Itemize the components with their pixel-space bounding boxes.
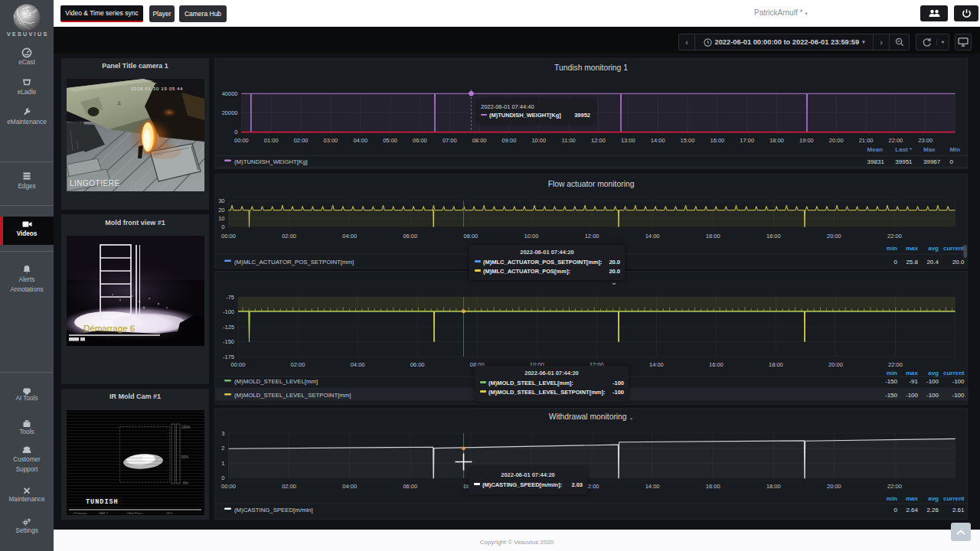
svg-text:0: 0 — [221, 223, 224, 230]
svg-text:2.64: 2.64 — [906, 507, 918, 514]
svg-text:22:00: 22:00 — [889, 137, 903, 144]
svg-text:min: min — [887, 370, 897, 377]
svg-text:14:00: 14:00 — [649, 361, 664, 368]
svg-text:2: 2 — [221, 445, 224, 452]
svg-text:20.0: 20.0 — [952, 259, 965, 266]
svg-text:current: current — [943, 495, 965, 502]
svg-text:20:00: 20:00 — [827, 483, 841, 490]
svg-text:Last *: Last * — [895, 146, 913, 153]
svg-text:(M)MOLD_STEEL_LEVEL_SETPOINT[m: (M)MOLD_STEEL_LEVEL_SETPOINT[mm] — [234, 392, 351, 399]
svg-text:LINGOTIERE: LINGOTIERE — [70, 179, 120, 187]
svg-text:12:00: 12:00 — [585, 233, 599, 240]
svg-text:min: min — [887, 245, 897, 252]
svg-text:max: max — [906, 370, 919, 377]
svg-text:21:00: 21:00 — [859, 137, 874, 144]
svg-text:0: 0 — [894, 507, 898, 514]
svg-text:Max: Max — [923, 146, 936, 153]
svg-text:Mean: Mean — [867, 146, 884, 153]
svg-text:16:00: 16:00 — [709, 361, 724, 368]
svg-text:-91: -91 — [909, 378, 918, 385]
svg-text:-150: -150 — [223, 338, 234, 345]
svg-text:18:00: 18:00 — [769, 361, 783, 368]
svg-text:0%: 0% — [183, 481, 188, 485]
svg-text:04:00: 04:00 — [351, 361, 365, 368]
svg-text:06:00: 06:00 — [403, 483, 417, 490]
svg-text:01:00: 01:00 — [264, 137, 279, 144]
svg-text:30: 30 — [218, 197, 224, 204]
svg-text:22:00: 22:00 — [887, 233, 902, 240]
svg-text:25.8: 25.8 — [906, 259, 918, 266]
svg-text:39951: 39951 — [895, 158, 913, 165]
svg-text:SAB 7: SAB 7 — [99, 511, 109, 515]
svg-text:06:00: 06:00 — [410, 361, 425, 368]
svg-text:14:00: 14:00 — [645, 233, 660, 240]
svg-text:(M)MOLD_STEEL_LEVEL[mm]: (M)MOLD_STEEL_LEVEL[mm] — [234, 378, 318, 385]
svg-text:03:00: 03:00 — [324, 137, 338, 144]
svg-text:16:00: 16:00 — [706, 233, 720, 240]
svg-text:10: 10 — [218, 215, 224, 222]
svg-text:22:00: 22:00 — [887, 483, 902, 490]
svg-text:00:00: 00:00 — [231, 361, 246, 368]
svg-text:06:00: 06:00 — [403, 233, 417, 240]
svg-text:12:00: 12:00 — [591, 137, 606, 144]
svg-text:avg: avg — [928, 495, 939, 502]
svg-text:current: current — [943, 245, 965, 252]
svg-text:0: 0 — [949, 158, 953, 165]
svg-text:(M)CASTING_SPEED[m/min]: (M)CASTING_SPEED[m/min] — [234, 507, 313, 514]
svg-text:20.4: 20.4 — [926, 259, 939, 266]
svg-text:10:00: 10:00 — [531, 137, 546, 144]
svg-text:10:00: 10:00 — [524, 233, 539, 240]
svg-text:18:00: 18:00 — [766, 483, 781, 490]
svg-text:-100: -100 — [223, 308, 234, 315]
svg-text:0: 0 — [234, 129, 237, 135]
svg-text:-100: -100 — [952, 378, 965, 385]
svg-text:-100: -100 — [926, 392, 939, 399]
svg-text:(M)TUNDISH_WEIGHT[Kg]: (M)TUNDISH_WEIGHT[Kg] — [234, 158, 308, 165]
svg-text:15:00: 15:00 — [681, 137, 695, 144]
svg-text:14:00: 14:00 — [651, 137, 665, 144]
svg-text:04:00: 04:00 — [353, 137, 368, 144]
svg-text:08:00: 08:00 — [472, 137, 487, 144]
svg-text:20: 20 — [218, 207, 224, 214]
svg-text:100%: 100% — [181, 425, 191, 429]
svg-text:50%: 50% — [181, 455, 188, 459]
svg-text:04:00: 04:00 — [342, 233, 357, 240]
svg-text:2018 01 30 19 05 44: 2018 01 30 19 05 44 — [131, 86, 183, 91]
svg-text:20:00: 20:00 — [828, 361, 843, 368]
svg-text:3: 3 — [221, 430, 224, 437]
svg-text:-100: -100 — [906, 392, 919, 399]
svg-text:19:00: 19:00 — [799, 137, 814, 144]
svg-text:17:00: 17:00 — [740, 137, 754, 144]
svg-text:13:00: 13:00 — [621, 137, 635, 144]
svg-text:min: min — [887, 495, 897, 502]
svg-text:20:00: 20:00 — [829, 137, 844, 144]
svg-text:06:00: 06:00 — [413, 137, 427, 144]
svg-text:00:00: 00:00 — [221, 233, 236, 240]
svg-text:04:00: 04:00 — [342, 483, 357, 490]
svg-text:16:00: 16:00 — [706, 483, 720, 490]
svg-text:-75: -75 — [226, 294, 234, 301]
svg-text:2.61: 2.61 — [952, 507, 965, 514]
svg-text:28%: 28% — [166, 511, 173, 515]
svg-text:16:00: 16:00 — [710, 137, 725, 144]
svg-text:avg: avg — [928, 370, 939, 377]
svg-text:20:00: 20:00 — [827, 233, 841, 240]
svg-text:02:00: 02:00 — [282, 233, 296, 240]
svg-text:-175: -175 — [223, 354, 234, 360]
svg-text:18:00: 18:00 — [766, 233, 781, 240]
svg-text:max: max — [906, 495, 919, 502]
svg-text:00:00: 00:00 — [234, 137, 249, 144]
svg-text:40000: 40000 — [222, 90, 238, 97]
svg-text:09:00: 09:00 — [502, 137, 517, 144]
svg-text:-125: -125 — [223, 324, 234, 331]
svg-text:4: 4 — [117, 99, 121, 107]
svg-text:20000: 20000 — [222, 109, 238, 116]
svg-text:02:00: 02:00 — [291, 361, 305, 368]
svg-text:1: 1 — [221, 460, 224, 467]
svg-text:2.26: 2.26 — [926, 507, 939, 514]
svg-text:-100: -100 — [926, 378, 939, 385]
svg-text:05:00: 05:00 — [383, 137, 397, 144]
svg-text:14:00: 14:00 — [645, 483, 660, 490]
svg-text:39967: 39967 — [923, 158, 941, 165]
svg-text:-150: -150 — [885, 392, 898, 399]
